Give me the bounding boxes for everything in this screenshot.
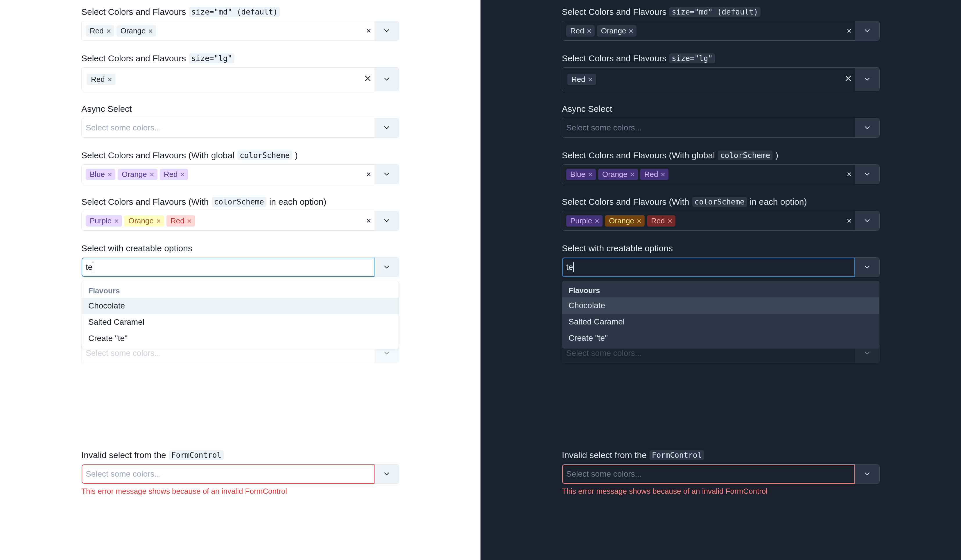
dropdown-toggle[interactable] (855, 68, 879, 91)
async-select[interactable]: Select some colors... (81, 118, 399, 138)
multiselect-global[interactable]: BlueOrangeRed (81, 164, 399, 184)
menu-option-create[interactable]: Create "te" (562, 330, 879, 346)
select-control[interactable]: Red (82, 68, 363, 91)
typed-input[interactable]: te (86, 262, 93, 272)
select-control[interactable]: PurpleOrangeRed (82, 211, 363, 230)
dropdown-toggle[interactable] (374, 211, 399, 230)
select-control[interactable]: PurpleOrangeRed (562, 211, 843, 230)
light-theme-pane: Select Colors and Flavours size="md" (de… (0, 0, 480, 560)
clear-button[interactable] (843, 211, 855, 230)
dropdown-toggle[interactable] (855, 118, 879, 137)
dropdown-toggle[interactable] (855, 211, 879, 230)
clear-button[interactable] (843, 21, 855, 40)
menu-option-create[interactable]: Create "te" (82, 330, 399, 347)
remove-tag-icon[interactable] (146, 27, 154, 35)
clear-button[interactable] (363, 165, 374, 184)
select-control[interactable]: Select some colors... (562, 464, 855, 484)
remove-tag-icon[interactable] (106, 75, 114, 83)
dropdown-toggle[interactable] (374, 21, 399, 40)
dropdown-toggle[interactable] (374, 68, 399, 91)
clear-button[interactable] (363, 211, 374, 230)
clear-button[interactable] (843, 165, 855, 184)
dropdown-toggle[interactable] (855, 165, 879, 184)
placeholder: Select some colors... (86, 123, 161, 132)
remove-tag-icon[interactable] (148, 170, 156, 178)
code-badge: colorScheme (237, 151, 292, 160)
code-badge: FormControl (649, 450, 704, 460)
tag-label: Red (164, 170, 178, 179)
field-label: Select Colors and Flavours (562, 7, 667, 17)
invalid-select[interactable]: Select some colors... (81, 464, 399, 484)
multiselect-md[interactable]: RedOrange (81, 21, 399, 41)
multiselect-each[interactable]: PurpleOrangeRed (81, 211, 399, 231)
dropdown-toggle[interactable] (374, 258, 399, 277)
async-select[interactable]: Select some colors... (562, 118, 880, 138)
remove-tag-icon[interactable] (627, 27, 635, 35)
typed-input[interactable]: te (566, 262, 574, 272)
dropdown-toggle[interactable] (374, 165, 399, 184)
multiselect-lg[interactable]: Red (81, 67, 399, 91)
menu-option[interactable]: Salted Caramel (82, 314, 399, 330)
menu-group-label: Flavours (562, 283, 879, 297)
field-label: Select Colors and Flavours (562, 53, 667, 63)
remove-tag-icon[interactable] (665, 217, 674, 225)
remove-tag-icon[interactable] (106, 170, 114, 178)
field-global-colorscheme: Select Colors and Flavours (With global … (81, 151, 399, 184)
select-control[interactable]: Red (562, 68, 843, 91)
menu-option[interactable]: Chocolate (562, 297, 879, 314)
field-label: Async Select (81, 104, 132, 114)
field-creatable: Select with creatable options te Flavour… (81, 243, 399, 363)
field-label: Select Colors and Flavours (With (81, 197, 209, 207)
multiselect-global[interactable]: BlueOrangeRed (562, 164, 880, 184)
menu-option[interactable]: Salted Caramel (562, 314, 879, 330)
multiselect-each[interactable]: PurpleOrangeRed (562, 211, 880, 231)
menu-group-label: Flavours (82, 284, 399, 298)
field-size-lg: Select Colors and Flavours size="lg" Red (562, 53, 880, 91)
select-control[interactable]: Select some colors... (562, 118, 855, 137)
invalid-select[interactable]: Select some colors... (562, 464, 880, 484)
remove-tag-icon[interactable] (178, 170, 186, 178)
field-invalid: Invalid select from the FormControl Sele… (81, 450, 399, 496)
code-badge: colorScheme (718, 151, 773, 160)
select-control[interactable]: te (562, 258, 855, 277)
remove-tag-icon[interactable] (586, 75, 594, 83)
field-label: Select with creatable options (81, 243, 192, 253)
multiselect-lg[interactable]: Red (562, 67, 880, 91)
clear-button[interactable] (843, 68, 855, 91)
tag-label: Purple (570, 217, 592, 225)
remove-tag-icon[interactable] (112, 217, 120, 225)
select-control[interactable]: RedOrange (82, 21, 363, 40)
dropdown-toggle[interactable] (374, 464, 399, 484)
creatable-select[interactable]: te Flavours Chocolate Salted Caramel Cre… (562, 257, 880, 277)
clear-button[interactable] (363, 68, 374, 91)
tag-label: Orange (601, 26, 626, 35)
remove-tag-icon[interactable] (635, 217, 643, 225)
remove-tag-icon[interactable] (585, 27, 593, 35)
remove-tag-icon[interactable] (659, 170, 667, 178)
remove-tag-icon[interactable] (593, 217, 601, 225)
select-control[interactable]: Select some colors... (82, 118, 374, 137)
remove-tag-icon[interactable] (104, 27, 112, 35)
dropdown-toggle[interactable] (855, 464, 879, 484)
dropdown-toggle[interactable] (374, 118, 399, 137)
tag: Orange (116, 25, 156, 37)
select-control[interactable]: BlueOrangeRed (562, 165, 843, 184)
select-control[interactable]: Select some colors... (82, 464, 374, 484)
creatable-select[interactable]: te Flavours Chocolate Salted Caramel Cre… (81, 257, 399, 277)
remove-tag-icon[interactable] (154, 217, 162, 225)
field-each-colorscheme: Select Colors and Flavours (With colorSc… (562, 197, 880, 231)
clear-button[interactable] (363, 21, 374, 40)
field-async: Async Select Select some colors... (562, 104, 880, 138)
field-label: Select Colors and Flavours (With global (562, 151, 715, 160)
dropdown-toggle[interactable] (855, 21, 879, 40)
dropdown-toggle[interactable] (855, 258, 879, 277)
menu-option[interactable]: Chocolate (82, 298, 399, 314)
select-control[interactable]: RedOrange (562, 21, 843, 40)
tag: Orange (605, 215, 644, 226)
remove-tag-icon[interactable] (628, 170, 636, 178)
remove-tag-icon[interactable] (586, 170, 594, 178)
remove-tag-icon[interactable] (185, 217, 193, 225)
select-control[interactable]: BlueOrangeRed (82, 165, 363, 184)
multiselect-md[interactable]: RedOrange (562, 21, 880, 41)
select-control[interactable]: te (82, 258, 374, 277)
